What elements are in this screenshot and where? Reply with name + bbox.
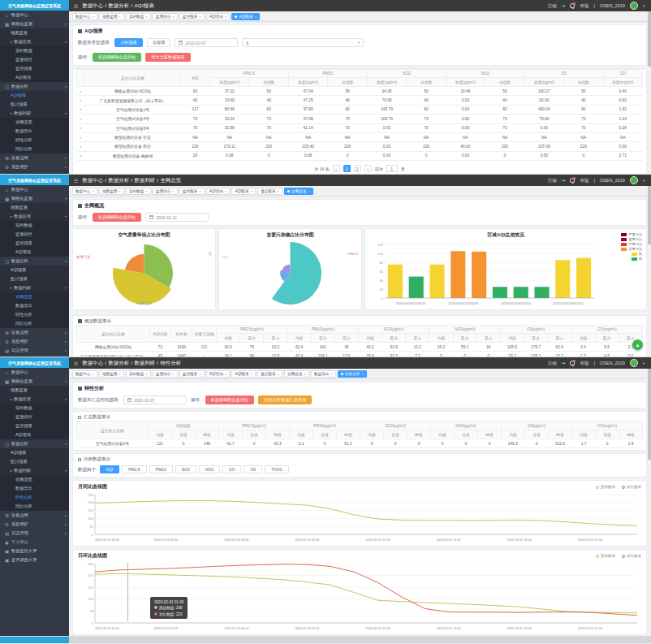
table-row[interactable]: ›空气站测试设备1号21780.698297.8082415.79820.008… — [77, 105, 643, 114]
sidebar-item-监控报表[interactable]: 监控报表 — [0, 64, 69, 73]
grade-pie-chart[interactable] — [76, 240, 212, 307]
sidebar-item-网格化监测[interactable]: ▦网格化监测▾ — [0, 194, 69, 203]
sidebar-item-特性分析[interactable]: 特性分析 — [0, 493, 69, 502]
tab-监控报表[interactable]: 监控报表× — [179, 370, 205, 378]
tab-实时数据[interactable]: 实时数据× — [126, 370, 151, 378]
sidebar-item-个人中心[interactable]: ◉个人中心 — [0, 355, 69, 357]
logout-link[interactable]: 注销 — [548, 178, 557, 184]
legend-item-对比数据[interactable]: 对比数据 — [622, 485, 641, 489]
close-icon[interactable]: × — [225, 15, 227, 19]
sidebar-item-数据列研[interactable]: ▸数据列研▾ — [0, 109, 69, 118]
expand-icon[interactable]: › — [77, 87, 85, 96]
close-icon[interactable]: × — [361, 372, 364, 376]
sidebar-item-数据导出[interactable]: 数据导出 — [0, 301, 69, 310]
factor-button-NO2[interactable]: NO2 — [199, 465, 220, 473]
close-icon[interactable]: × — [251, 189, 253, 193]
help-link[interactable]: 帮助 — [580, 178, 588, 184]
menu-toggle-icon[interactable]: ☰ — [74, 361, 78, 366]
tab-数据中心[interactable]: 数据中心× — [72, 13, 97, 20]
legend-item-良[interactable]: 良 — [621, 252, 642, 256]
sidebar-item-监测排行[interactable]: 监测排行 — [0, 413, 69, 421]
scrollbar[interactable] — [648, 186, 651, 357]
chevron-down-icon[interactable]: ▾ — [643, 361, 645, 365]
sidebar-item-监测排行[interactable]: 监测排行 — [0, 55, 69, 64]
tab-全网总览[interactable]: 全网总览× — [284, 188, 313, 195]
sidebar-item-数据中心[interactable]: ⌂数据中心 — [0, 185, 69, 194]
close-icon[interactable]: × — [92, 189, 94, 193]
bell-icon[interactable] — [570, 178, 575, 183]
aqi-bar-chart[interactable]: 0204060801001202020040618051090070202006… — [369, 240, 645, 308]
sidebar-item-同比分析[interactable]: 同比分析 — [0, 319, 69, 328]
tab-AQI查询[interactable]: AQI查询× — [206, 188, 231, 195]
menu-toggle-icon[interactable]: ☰ — [74, 3, 78, 9]
legend-item-重度污染[interactable]: 重度污染 — [621, 237, 642, 241]
close-icon[interactable]: × — [172, 189, 175, 193]
help-link[interactable]: 帮助 — [580, 3, 588, 9]
legend-item-优[interactable]: 优 — [621, 257, 642, 261]
table-row[interactable]: 网格化测试站-NO2站731430CO42.67923.262.41413640… — [77, 343, 643, 352]
table-row[interactable]: 广东奥斯恩智慧有限公司（四小车间）491440-34.19410.947.410… — [77, 352, 643, 357]
sidebar-item-统计报表[interactable]: 统计报表 — [0, 274, 69, 283]
close-icon[interactable]: × — [225, 189, 227, 193]
table-row[interactable]: ›空气站测试设备4号7333.247367.0873200.79730.0073… — [77, 115, 643, 123]
date-picker[interactable]: 2020-02-12 — [145, 213, 209, 222]
tab-地图监测[interactable]: 地图监测× — [99, 370, 124, 378]
tab-数据导出[interactable]: 数据导出× — [311, 370, 336, 378]
close-icon[interactable]: × — [199, 15, 201, 19]
logout-link[interactable]: 注销 — [548, 3, 557, 9]
sidebar-item-AQI查询[interactable]: AQI查询 — [0, 248, 69, 257]
table-row[interactable]: ›微型站测试设备-邢台226170.11226225.432260.002264… — [77, 142, 643, 151]
factor-button-PM10[interactable]: PM10 — [149, 465, 173, 473]
avatar[interactable] — [630, 2, 638, 10]
sidebar-item-系统维护[interactable]: ⚙系统维护▸ — [0, 337, 69, 346]
table-row[interactable]: ›空气站测试设备5号7031.887061.14700.00700.00700.… — [77, 123, 643, 132]
sidebar-item-同比分析[interactable]: 同比分析 — [0, 145, 69, 153]
date-picker[interactable]: 2020-02-07 — [123, 395, 187, 404]
tab-全网总览[interactable]: 全网总览× — [284, 370, 309, 378]
sidebar-item-数据应用[interactable]: ▸数据应用▾ — [0, 395, 69, 404]
factor-button-O3[interactable]: O3 — [244, 465, 262, 473]
select-station-button[interactable]: 未选择网格化监控站 — [93, 213, 142, 222]
scrollbar[interactable] — [648, 369, 651, 636]
close-icon[interactable]: × — [225, 372, 227, 376]
sidebar-item-日志管理[interactable]: ▤日志管理▸ — [0, 171, 69, 174]
month-yoy-line-chart[interactable]: 0501001502002502020-02-01 00:002020-02-0… — [75, 491, 644, 543]
sidebar-item-个人中心[interactable]: ◉个人中心 — [0, 538, 69, 547]
sidebar-item-实时数据[interactable]: 实时数据 — [0, 404, 69, 413]
sidebar-item-统计报表[interactable]: 统计报表 — [0, 100, 69, 109]
sidebar-item-AQI查询[interactable]: AQI查询 — [0, 73, 69, 82]
menu-toggle-icon[interactable]: ☰ — [74, 178, 78, 184]
factor-button-SO2[interactable]: SO2 — [175, 465, 196, 473]
pager-page-1[interactable]: 1 — [343, 165, 351, 172]
tab-数据中心[interactable]: 数据中心× — [72, 370, 97, 378]
close-icon[interactable]: × — [92, 372, 94, 376]
factor-button-TVOC[interactable]: TVOC — [265, 465, 289, 473]
sidebar-item-同比分析[interactable]: 同比分析 — [0, 502, 69, 511]
sidebar-item-数据导出[interactable]: 数据导出 — [0, 484, 69, 493]
tab-AQI报表[interactable]: AQI报表× — [231, 370, 256, 378]
sidebar-item-数据列研[interactable]: ▸数据列研▾ — [0, 466, 69, 475]
close-icon[interactable]: × — [119, 189, 121, 193]
expand-icon[interactable]: › — [77, 105, 85, 114]
close-icon[interactable]: × — [145, 189, 148, 193]
close-icon[interactable]: × — [308, 189, 310, 193]
help-link[interactable]: 帮助 — [580, 361, 588, 366]
sidebar-item-数据监控大屏[interactable]: ▣数据监控大屏 — [0, 547, 69, 555]
table-row[interactable]: ›网格化测试站-NO2站6037.225067.045934.365019.46… — [77, 87, 643, 96]
sidebar-item-系统维护[interactable]: ⚙系统维护▸ — [0, 520, 69, 529]
sidebar-item-地图监测[interactable]: 地图监测 — [0, 28, 69, 37]
scrollbar-thumb[interactable] — [648, 369, 651, 460]
day-chain-line-chart[interactable]: 2020-02-01 01:00 原始数据: 208 对比数据: 223 050… — [75, 560, 644, 632]
table-row[interactable]: ›微型站测试设备-宝安NANANANANANANANANANANANA — [77, 132, 643, 141]
close-icon[interactable]: × — [255, 15, 257, 19]
table-row[interactable]: ›广东奥斯恩智慧有限公司（四小车间）4033.694047.254670.064… — [77, 96, 643, 105]
tab-特性分析[interactable]: 特性分析× — [338, 370, 367, 378]
legend-item-轻度污染[interactable]: 轻度污染 — [621, 247, 642, 251]
expand-icon[interactable]: › — [77, 96, 85, 105]
sidebar-item-统计报表[interactable]: 统计报表 — [0, 457, 69, 466]
scrollbar-thumb[interactable] — [648, 186, 651, 244]
sidebar-item-AQI报表[interactable]: AQI报表 — [0, 91, 69, 100]
tab-监控报表[interactable]: 监控报表× — [179, 188, 205, 195]
sidebar-item-数据分析[interactable]: ◫数据分析▾ — [0, 82, 69, 91]
daily-report-button[interactable]: 日报表 — [147, 38, 171, 47]
